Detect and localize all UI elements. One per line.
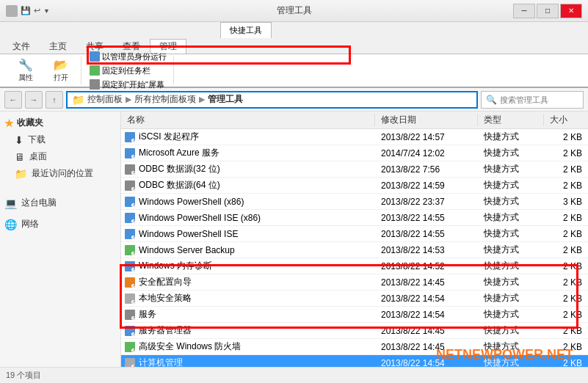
ribbon-group-open: 🔧 属性 📂 打开 <box>6 56 81 84</box>
file-cell-type: 快捷方式 <box>478 292 544 304</box>
file-icon: ↗ <box>124 228 136 240</box>
file-cell-size: 2 KB <box>544 148 588 158</box>
file-cell-date: 2013/8/22 14:59 <box>375 180 478 191</box>
maximize-button[interactable]: □ <box>537 4 559 18</box>
favorites-header[interactable]: ★ 收藏夹 <box>0 114 120 131</box>
back-button[interactable]: ← <box>4 91 22 109</box>
file-cell-size: 2 KB <box>544 261 588 271</box>
path-part-3[interactable]: 管理工具 <box>208 93 243 106</box>
col-type[interactable]: 类型 <box>478 114 544 126</box>
file-cell-type: 快捷方式 <box>478 244 544 256</box>
file-name-text: Windows PowerShell ISE <box>139 229 238 239</box>
title-bar: 💾 ↩ ▼ 管理工具 ─ □ ✕ <box>0 0 588 22</box>
file-list-header: 名称 修改日期 类型 大小 <box>121 112 588 129</box>
sidebar-item-network[interactable]: 🌐 网络 <box>0 215 120 233</box>
table-row[interactable]: ↗安全配置向导2013/8/22 14:45快捷方式2 KB <box>121 274 588 291</box>
address-folder-icon: 📁 <box>72 94 84 106</box>
favorites-star-icon: ★ <box>4 117 14 129</box>
minimize-button[interactable]: ─ <box>513 4 535 18</box>
search-input[interactable] <box>500 95 573 104</box>
table-row[interactable]: ↗Windows Server Backup2013/8/22 14:53快捷方… <box>121 242 588 258</box>
file-name-text: ODBC 数据源(64 位) <box>139 179 220 192</box>
file-cell-size: 2 KB <box>544 293 588 304</box>
search-box[interactable]: 🔍 <box>481 91 584 109</box>
network-icon: 🌐 <box>4 219 17 230</box>
favorites-section: ★ 收藏夹 ⬇ 下载 🖥 桌面 📁 最近访问的位置 <box>0 114 120 182</box>
shortcut-icon <box>90 65 100 76</box>
table-row[interactable]: ↗ODBC 数据源(64 位)2013/8/22 14:59快捷方式2 KB <box>121 178 588 194</box>
ribbon-btn-runas[interactable]: 以管理员身份运行 <box>86 50 170 63</box>
file-cell-size: 2 KB <box>544 213 588 223</box>
table-row[interactable]: ↗Windows PowerShell ISE2013/8/22 14:55快捷… <box>121 226 588 242</box>
sidebar-item-download[interactable]: ⬇ 下载 <box>0 131 120 148</box>
recent-icon: 📁 <box>15 168 27 180</box>
main-layout: ★ 收藏夹 ⬇ 下载 🖥 桌面 📁 最近访问的位置 💻 这台电脑 🌐 网络 <box>0 112 588 367</box>
quick-access-undo[interactable]: ↩ <box>34 6 40 15</box>
file-icon: ↗ <box>124 164 136 175</box>
file-cell-name: ↗Windows 内存诊断 <box>121 260 375 272</box>
table-row[interactable]: ↗ODBC 数据源(32 位)2013/8/22 7:56快捷方式2 KB <box>121 161 588 178</box>
path-part-1[interactable]: 控制面板 <box>87 93 123 106</box>
file-icon: ↗ <box>124 341 136 353</box>
file-cell-name: ↗Windows PowerShell ISE (x86) <box>121 212 375 224</box>
file-name-text: ODBC 数据源(32 位) <box>139 163 220 175</box>
quick-access-dropdown[interactable]: ▼ <box>43 7 50 15</box>
col-name[interactable]: 名称 <box>121 114 375 126</box>
file-cell-type: 快捷方式 <box>478 324 544 337</box>
table-row[interactable]: ↗本地安全策略2013/8/22 14:54快捷方式2 KB <box>121 291 588 307</box>
app-icon <box>6 5 18 17</box>
file-cell-size: 3 KB <box>544 197 588 207</box>
table-row[interactable]: ↗Windows PowerShell (x86)2013/8/22 23:37… <box>121 194 588 210</box>
file-cell-size: 2 KB <box>544 277 588 288</box>
quick-access-save[interactable]: 💾 <box>21 6 31 15</box>
file-icon: ↗ <box>124 196 136 208</box>
file-icon: ↗ <box>124 325 136 337</box>
file-name-text: 服务器管理器 <box>139 324 192 337</box>
file-name-text: 计算机管理 <box>139 357 183 367</box>
tab-home[interactable]: 主页 <box>40 39 76 54</box>
sidebar-item-desktop[interactable]: 🖥 桌面 <box>0 148 120 165</box>
forward-button[interactable]: → <box>25 91 43 109</box>
table-row[interactable]: ↗iSCSI 发起程序2013/8/22 14:57快捷方式2 KB <box>121 129 588 145</box>
table-row[interactable]: ↗服务2013/8/22 14:54快捷方式2 KB <box>121 307 588 323</box>
file-icon: ↗ <box>124 293 136 304</box>
file-cell-size: 2 KB <box>544 132 588 142</box>
sidebar-item-computer[interactable]: 💻 这台电脑 <box>0 194 120 212</box>
file-name-text: iSCSI 发起程序 <box>139 131 199 143</box>
file-name-text: 安全配置向导 <box>139 276 192 288</box>
status-count: 19 个项目 <box>6 370 41 381</box>
table-row[interactable]: ↗Windows 内存诊断2013/8/22 14:52快捷方式2 KB <box>121 258 588 274</box>
ribbon-btn-open[interactable]: 📂 打开 <box>44 57 78 84</box>
startmenu-icon <box>90 79 100 90</box>
file-cell-date: 2013/8/22 14:54 <box>375 310 478 320</box>
file-cell-type: 快捷方式 <box>478 131 544 143</box>
sidebar-item-recent[interactable]: 📁 最近访问的位置 <box>0 165 120 182</box>
file-cell-type: 快捷方式 <box>478 147 544 159</box>
sidebar-download-label: 下载 <box>28 134 46 146</box>
table-row[interactable]: ↗Windows PowerShell ISE (x86)2013/8/22 1… <box>121 210 588 226</box>
file-name-text: Windows PowerShell ISE (x86) <box>139 213 261 223</box>
file-cell-date: 2013/8/22 14:45 <box>375 277 478 288</box>
up-button[interactable]: ↑ <box>46 91 63 109</box>
col-size[interactable]: 大小 <box>544 114 588 126</box>
file-cell-type: 快捷方式 <box>478 195 544 208</box>
path-part-2[interactable]: 所有控制面板项 <box>134 93 196 106</box>
ribbon-btn-startmenu[interactable]: 固定到"开始"屏幕 <box>86 78 170 91</box>
ribbon-btn-shortcut[interactable]: 固定到任务栏 <box>86 64 170 77</box>
table-row[interactable]: ↗服务器管理器2013/8/22 14:45快捷方式2 KB <box>121 323 588 339</box>
tab-file[interactable]: 文件 <box>3 39 40 54</box>
quick-tool-tab[interactable]: 快捷工具 <box>220 22 272 38</box>
col-date[interactable]: 修改日期 <box>375 114 478 126</box>
file-rows-container: ↗iSCSI 发起程序2013/8/22 14:57快捷方式2 KB↗Micro… <box>121 129 588 367</box>
address-path[interactable]: 📁 控制面板 ▶ 所有控制面板项 ▶ 管理工具 <box>66 91 478 109</box>
close-button[interactable]: ✕ <box>560 4 582 18</box>
window-controls: ─ □ ✕ <box>513 4 582 18</box>
file-list: 名称 修改日期 类型 大小 ↗iSCSI 发起程序2013/8/22 14:57… <box>121 112 588 367</box>
file-cell-date: 2013/8/22 7:56 <box>375 164 478 175</box>
file-cell-size: 2 KB <box>544 326 588 336</box>
runas-icon <box>90 51 100 62</box>
table-row[interactable]: ↗Microsoft Azure 服务2014/7/24 12:02快捷方式2 … <box>121 145 588 161</box>
ribbon-btn-properties[interactable]: 🔧 属性 <box>9 57 43 84</box>
file-icon: ↗ <box>124 277 136 288</box>
file-cell-date: 2013/8/22 23:37 <box>375 197 478 207</box>
